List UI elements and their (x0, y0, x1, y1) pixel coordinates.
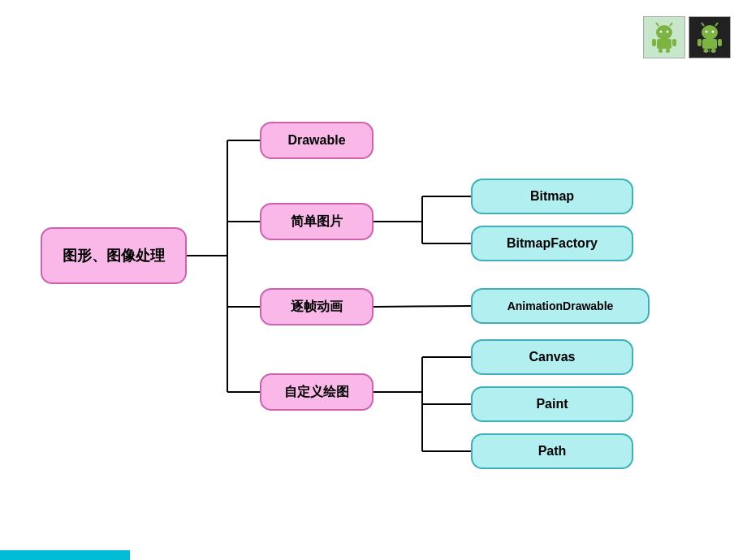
diagram-area: 图形、图像处理 Drawable 简单图片 逐帧动画 自定义绘图 Bitmap … (32, 81, 715, 503)
svg-point-2 (660, 31, 663, 33)
svg-point-14 (712, 31, 715, 33)
svg-point-1 (656, 25, 672, 40)
slide-container: android (0, 0, 747, 560)
node-drawable: Drawable (260, 122, 374, 159)
svg-text:android: android (703, 48, 717, 53)
node-paint: Paint (471, 386, 633, 422)
svg-point-3 (667, 31, 669, 33)
node-bitmap: Bitmap (471, 179, 633, 214)
logo-area: android (643, 16, 731, 58)
svg-rect-19 (718, 39, 722, 46)
svg-line-33 (374, 306, 471, 307)
node-canvas: Canvas (471, 339, 633, 375)
node-animationdrawable: AnimationDrawable (471, 288, 650, 324)
svg-point-13 (706, 31, 708, 33)
node-bitmapfactory: BitmapFactory (471, 226, 633, 261)
bottom-bar (0, 550, 130, 560)
svg-rect-6 (657, 39, 671, 49)
node-frame: 逐帧动画 (260, 288, 374, 325)
node-simple: 简单图片 (260, 203, 374, 240)
node-root: 图形、图像处理 (41, 227, 187, 284)
svg-rect-10 (666, 49, 670, 53)
android-dark-logo: android (689, 16, 731, 58)
svg-rect-18 (697, 39, 702, 46)
node-custom: 自定义绘图 (260, 373, 374, 411)
svg-rect-7 (652, 39, 656, 46)
svg-rect-8 (672, 39, 676, 46)
svg-point-12 (702, 25, 718, 40)
svg-rect-9 (658, 49, 663, 53)
node-path: Path (471, 433, 633, 469)
android-green-logo (643, 16, 685, 58)
